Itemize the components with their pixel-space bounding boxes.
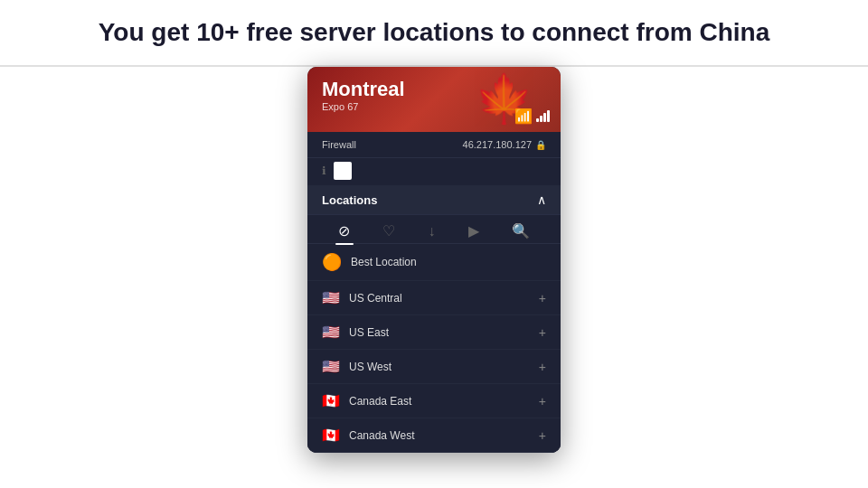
tab-favorites[interactable]: ♡	[377, 221, 401, 241]
chevron-up-icon[interactable]: ∧	[537, 192, 546, 207]
list-item[interactable]: 🇺🇸 US East +	[307, 315, 561, 350]
banner-text: You get 10+ free server locations to con…	[99, 16, 769, 49]
list-item[interactable]: 🇺🇸 US West +	[307, 350, 561, 384]
location-name: US Central	[349, 292, 539, 305]
location-name: Best Location	[351, 256, 546, 268]
firewall-label: Firewall	[322, 139, 356, 150]
main-content: Montreal Expo 67 📶 Firewall 46.217.180.1…	[0, 67, 868, 488]
location-name: Canada West	[349, 429, 539, 442]
tab-search[interactable]: 🔍	[506, 221, 535, 241]
location-name: US West	[349, 361, 539, 373]
signal-icon	[536, 110, 550, 122]
best-flag-icon: 🟠	[322, 252, 342, 272]
info-row: ℹ	[307, 158, 561, 185]
tab-all[interactable]: ⊘	[333, 221, 355, 241]
us-flag-icon: 🇺🇸	[322, 358, 340, 375]
expand-icon[interactable]: +	[539, 325, 546, 340]
location-list: 🟠 Best Location 🇺🇸 US Central + 🇺🇸 US Ea…	[307, 244, 561, 453]
firewall-ip: 46.217.180.127 🔒	[463, 139, 546, 150]
location-name: US East	[349, 326, 539, 339]
locations-title: Locations	[322, 193, 377, 207]
locations-panel: Locations ∧ ⊘ ♡ ↓ ▶ 🔍 🟠 Best Location	[307, 185, 561, 453]
expand-icon[interactable]: +	[539, 394, 546, 408]
expand-icon[interactable]: +	[539, 360, 546, 374]
list-item[interactable]: 🟠 Best Location	[307, 244, 561, 281]
tab-streaming[interactable]: ▶	[463, 221, 485, 241]
tab-download[interactable]: ↓	[422, 221, 440, 241]
ca-flag-icon: 🇨🇦	[322, 427, 340, 444]
city-name: Montreal	[322, 78, 546, 101]
location-name: Canada East	[349, 395, 539, 408]
ca-flag-icon: 🇨🇦	[322, 392, 340, 409]
phone-mockup: Montreal Expo 67 📶 Firewall 46.217.180.1…	[307, 67, 561, 453]
firewall-row: Firewall 46.217.180.127 🔒	[307, 132, 561, 158]
tab-bar: ⊘ ♡ ↓ ▶ 🔍	[307, 215, 561, 244]
locations-header[interactable]: Locations ∧	[307, 185, 561, 215]
lock-icon: 🔒	[535, 140, 546, 150]
wifi-icon: 📶	[514, 108, 533, 125]
list-item[interactable]: 🇨🇦 Canada East +	[307, 384, 561, 418]
montreal-header: Montreal Expo 67 📶	[307, 67, 561, 132]
white-square	[334, 162, 352, 180]
list-item[interactable]: 🇺🇸 US Central +	[307, 281, 561, 315]
expand-icon[interactable]: +	[539, 428, 546, 443]
info-icon: ℹ	[322, 164, 326, 177]
list-item[interactable]: 🇨🇦 Canada West +	[307, 418, 561, 453]
header-icons: 📶	[514, 108, 550, 125]
top-banner: You get 10+ free server locations to con…	[0, 0, 868, 67]
city-subtitle: Expo 67	[322, 101, 546, 112]
expand-icon[interactable]: +	[539, 291, 546, 305]
us-flag-icon: 🇺🇸	[322, 289, 340, 306]
us-flag-icon: 🇺🇸	[322, 324, 340, 341]
